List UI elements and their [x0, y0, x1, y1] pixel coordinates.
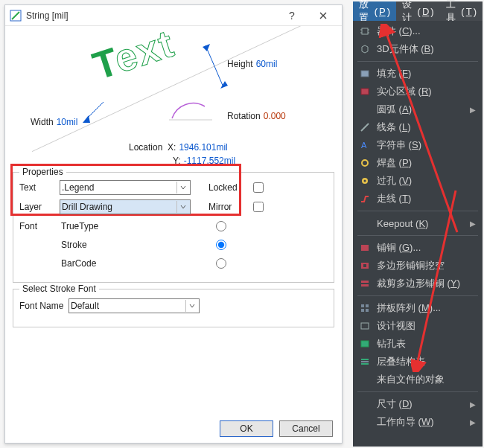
polyslice-icon	[359, 278, 371, 289]
menu-item-fromfile[interactable]: 来自文件的对象	[353, 371, 483, 388]
svg-rect-32	[361, 361, 369, 362]
height-label: Height60mil	[227, 59, 277, 69]
menubar: 放置 (P) 设计 (D) 工具 (T)	[353, 1, 483, 21]
layer-select[interactable]: Drill Drawing	[60, 199, 191, 214]
poly-icon	[359, 242, 371, 254]
font-option-barcode: BarCode	[60, 258, 191, 269]
menu-item-label: 铺铜 (G)...	[377, 241, 463, 255]
blank-icon	[359, 103, 371, 115]
layer-label: Layer	[19, 202, 60, 212]
polycut-icon	[359, 260, 371, 272]
window-title: String [mil]	[26, 10, 69, 21]
menu-item-label: 设计视图	[377, 319, 463, 333]
text-icon: A	[359, 139, 371, 151]
menu-item-label: 字符串 (S)	[377, 138, 463, 152]
fontname-value: Default	[71, 301, 99, 311]
menu-item-3dbody[interactable]: 3D元件体 (B)	[353, 40, 483, 58]
grid-icon	[359, 302, 371, 314]
titlebar: String [mil] ?	[5, 5, 342, 26]
menu-item-pad[interactable]: 焊盘 (P)	[353, 154, 483, 172]
menu-item-workguides[interactable]: 工作向导 (W) ▶	[353, 413, 483, 431]
line-icon	[359, 121, 371, 133]
text-row: Text .Legend Locked	[19, 179, 328, 196]
view-icon	[359, 320, 371, 332]
font-truetype-radio[interactable]	[216, 221, 226, 231]
height-value: 60mil	[256, 59, 278, 69]
menu-item-designview[interactable]: 设计视图	[353, 317, 483, 335]
menu-item-label: 裁剪多边形铺铜 (Y)	[377, 277, 463, 290]
menu-item-string[interactable]: A 字符串 (S)	[353, 136, 483, 154]
text-value: .Legend	[62, 182, 94, 193]
menu-item-polycut[interactable]: 多边形铺铜挖空	[353, 257, 483, 275]
menu-item-drilltable[interactable]: 钻孔表	[353, 335, 483, 353]
chevron-down-icon	[176, 182, 188, 193]
font-option-truetype: TrueType	[60, 221, 191, 231]
location-x-value: 1946.101mil	[179, 142, 227, 153]
dialog-body: Text Height60mil Width10mil	[5, 26, 342, 413]
app-icon	[10, 10, 22, 22]
string-properties-dialog: String [mil] ? Text	[4, 4, 343, 444]
menu-item-track[interactable]: 走线 (T)	[353, 190, 483, 208]
svg-line-15	[361, 124, 369, 131]
svg-line-1	[32, 26, 330, 159]
menu-item-line[interactable]: 线条 (L)	[353, 118, 483, 136]
place-menu: 放置 (P) 设计 (D) 工具 (T) 器件 (C)... 3D元件体 (B)…	[353, 1, 483, 447]
svg-rect-33	[361, 363, 369, 365]
menu-item-label: 多边形铺铜挖空	[377, 259, 463, 272]
menu-separator	[357, 295, 478, 296]
cancel-button[interactable]: Cancel	[279, 420, 333, 437]
menu-separator	[357, 61, 478, 62]
mirror-label: Mirror	[208, 202, 249, 212]
close-button[interactable]	[308, 5, 339, 26]
font-barcode-radio[interactable]	[216, 258, 226, 269]
help-button[interactable]: ?	[276, 5, 308, 26]
font-stroke-radio[interactable]	[216, 240, 226, 250]
menu-item-polyslice[interactable]: 裁剪多边形铺铜 (Y)	[353, 275, 483, 292]
menu-item-label: 填充 (F)	[377, 67, 463, 80]
menubar-tools[interactable]: 工具 (T)	[440, 1, 483, 21]
menu-item-embarr[interactable]: 拼板阵列 (M)...	[353, 299, 483, 317]
font-option-stroke: Stroke	[60, 240, 191, 250]
menubar-design[interactable]: 设计 (D)	[396, 1, 440, 21]
font-stroke-row: Stroke	[19, 236, 328, 254]
menu-item-fill[interactable]: 填充 (F)	[353, 65, 483, 83]
menu-item-arc[interactable]: 圆弧 (A) ▶	[353, 100, 483, 118]
menu-item-stack[interactable]: 层叠结构表	[353, 353, 483, 371]
menu-item-label: 拼板阵列 (M)...	[377, 301, 463, 315]
cpu-icon	[359, 25, 371, 37]
menu-item-label: 过孔 (V)	[377, 174, 463, 188]
locked-checkbox[interactable]	[253, 182, 264, 193]
svg-marker-4	[220, 81, 228, 89]
width-value: 10mil	[57, 117, 78, 127]
rotation-value: 0.000	[264, 111, 286, 121]
track-icon	[359, 193, 371, 205]
blank-icon	[359, 398, 371, 410]
locked-label: Locked	[208, 182, 249, 193]
mirror-checkbox[interactable]	[253, 202, 264, 212]
menu-item-solidregion[interactable]: 实心区域 (R)	[353, 83, 483, 100]
text-select[interactable]: .Legend	[60, 180, 191, 195]
location-y-value: -1117.552mil	[184, 156, 235, 166]
menu-item-component[interactable]: 器件 (C)...	[353, 22, 483, 40]
ok-button[interactable]: OK	[220, 420, 273, 437]
location-label: Location X:1946.101mil	[129, 142, 228, 153]
layer-row: Layer Drill Drawing Mirror	[19, 198, 328, 216]
layer-value: Drill Drawing	[62, 202, 112, 212]
menu-item-keepout[interactable]: Keepout (K) ▶	[353, 214, 483, 232]
menu-item-label: 工作向导 (W)	[377, 415, 463, 429]
location-y-label: Y:-1117.552mil	[173, 156, 235, 166]
svg-rect-30	[361, 341, 369, 347]
menu-item-polygon[interactable]: 铺铜 (G)...	[353, 239, 483, 257]
blank-icon	[359, 374, 371, 385]
menu-item-dimension[interactable]: 尺寸 (D) ▶	[353, 395, 483, 413]
svg-rect-28	[366, 309, 369, 312]
stack-icon	[359, 356, 371, 368]
menubar-place[interactable]: 放置 (P)	[353, 1, 396, 21]
stroke-font-legend: Select Stroke Font	[19, 284, 99, 294]
menu-item-label: 3D元件体 (B)	[377, 42, 463, 56]
chevron-down-icon	[176, 201, 188, 213]
svg-marker-6	[83, 115, 90, 123]
menu-item-via[interactable]: 过孔 (V)	[353, 172, 483, 190]
svg-rect-13	[361, 71, 369, 77]
fontname-select[interactable]: Default	[69, 298, 200, 313]
